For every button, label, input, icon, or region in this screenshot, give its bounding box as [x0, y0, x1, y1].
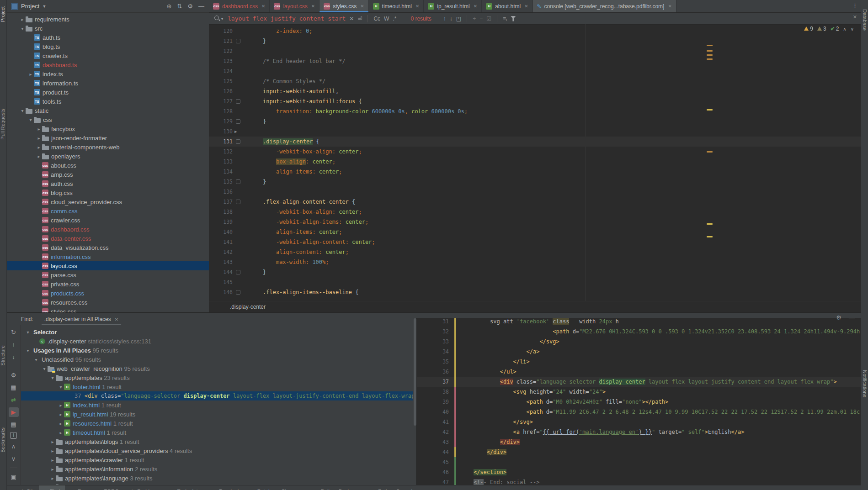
preview-code-line[interactable]: 43 </div> [417, 437, 861, 447]
tool-window-button-endpoints[interactable]: ◇Endpoints [165, 485, 206, 490]
find-result-row[interactable]: ▸app\templates\crawler 1 result [21, 455, 413, 464]
project-tree-item[interactable]: cssprivate.css [6, 279, 209, 289]
find-result-row[interactable]: c.display-center static\css\styles.css:1… [21, 337, 413, 346]
stripe-pull-requests-button[interactable]: Pull Requests [0, 109, 5, 140]
close-icon[interactable]: ✕ [311, 4, 315, 9]
tool-window-button-python-packages[interactable]: ▦Python Packages [308, 485, 367, 490]
error-stripe-mark[interactable] [707, 45, 713, 46]
tab-console-web-crawler-recog-tabase-pdflibr-com-[interactable]: ✎console [web_crawler_recog...tabase.pdf… [533, 0, 676, 12]
new-line-icon[interactable]: ⏎ [357, 16, 362, 22]
tool-window-button-git[interactable]: ⎇Git [13, 485, 38, 490]
code-line[interactable]: 144} [209, 267, 861, 277]
remove-occurrence-icon[interactable]: − [479, 16, 483, 22]
error-stripe-mark[interactable] [707, 223, 713, 225]
project-tree-item[interactable]: cssdata_visualization.css [6, 243, 209, 252]
find-result-row[interactable]: ▸app\templates\blogs 1 result [21, 437, 413, 446]
preview-editor[interactable]: 31 svg att 'facebook' class width 24px h… [416, 318, 861, 490]
preview-code-line[interactable]: 33 </svg> [417, 337, 861, 347]
tab-styles-css[interactable]: cssstyles.css✕ [320, 0, 368, 12]
rerun-icon[interactable]: ⇄ [9, 395, 19, 405]
fold-marker-icon[interactable] [236, 270, 240, 274]
code-line[interactable]: 145 [209, 277, 861, 287]
stripe-database-button[interactable]: Database [862, 9, 868, 31]
code-line[interactable]: 142 align-content: center; [209, 247, 861, 257]
search-input[interactable]: layout-flex-justify-content-start [228, 15, 346, 22]
find-result-row[interactable]: ▸Htimeout.html 1 result [21, 428, 413, 437]
chevron-icon[interactable]: ▸ [49, 476, 56, 481]
project-tree-item[interactable]: cssparse.css [6, 270, 209, 279]
expand-all-icon[interactable]: ∧ [9, 442, 19, 451]
project-tree-item[interactable]: cssresources.css [6, 298, 209, 307]
preview-code-line[interactable]: 35 </li> [417, 357, 861, 367]
tab-about-html[interactable]: Habout.html✕ [482, 0, 533, 12]
fold-marker-icon[interactable] [236, 290, 240, 295]
code-line[interactable]: 137.flex-align-content-center { [209, 197, 861, 207]
chevron-icon[interactable]: ▸ [49, 467, 56, 472]
chevron-icon[interactable]: ▸ [36, 154, 42, 159]
inspections-widget[interactable]: 9 3 ✔2 ∧ ∨ [804, 26, 854, 32]
chevron-down-icon[interactable]: ▼ [42, 4, 46, 9]
preview-code-line[interactable]: 44 </div> [417, 447, 861, 457]
code-line[interactable]: 143 max-width: 100%; [209, 257, 861, 267]
pin-icon[interactable]: ▶ [9, 407, 19, 417]
project-tree-item[interactable]: ▸openlayers [6, 152, 209, 161]
preview-code-line[interactable]: 36 </ul> [417, 367, 861, 377]
add-occurrence-icon[interactable]: + [473, 16, 476, 22]
locate-icon[interactable]: ⊕ [167, 3, 172, 10]
project-tree-item[interactable]: cssstyles.css [6, 307, 209, 312]
fold-marker-icon[interactable] [236, 119, 240, 124]
close-search-icon[interactable]: ✕ [349, 16, 354, 22]
tool-window-button-python-console[interactable]: »Python Console [367, 485, 420, 490]
find-result-row[interactable]: ▸app\templates\cloud_service_providers 4… [21, 446, 413, 455]
stripe-structure-button[interactable]: Structure [0, 345, 5, 366]
code-line[interactable]: 135} [209, 177, 861, 187]
project-tree-item[interactable]: ▾src [6, 24, 209, 33]
chevron-icon[interactable]: ▸ [36, 136, 42, 141]
hide-icon[interactable]: ― [198, 3, 204, 10]
tool-window-button-terminal[interactable]: ▭Terminal [207, 485, 244, 490]
chevron-icon[interactable]: ▾ [19, 26, 26, 31]
chevron-icon[interactable]: ▾ [58, 385, 64, 390]
up-icon[interactable]: ↑ [9, 340, 19, 349]
preview-icon[interactable]: ▣ [9, 472, 19, 482]
tool-window-button-problems[interactable]: ⚠Problems [125, 485, 164, 490]
fold-marker-icon[interactable] [236, 99, 240, 104]
code-line[interactable]: 140 align-items: center; [209, 227, 861, 237]
next-occurrence-icon[interactable]: ↓ [450, 16, 453, 22]
preview-code-line[interactable]: 39 <path d="M0 0h24v24H0z" fill="none"><… [417, 397, 861, 407]
code-line[interactable]: 123/* End header tool bar */ [209, 56, 861, 66]
settings-icon[interactable]: ⚙ [9, 370, 19, 380]
project-tree-item[interactable]: ▸requirements [6, 15, 209, 24]
code-line[interactable]: 131.display-center { [209, 137, 861, 147]
preview-code-line[interactable]: 38 <svg height="24" width="24"> [417, 387, 861, 397]
chevron-icon[interactable]: ▾ [27, 117, 34, 122]
chevron-icon[interactable]: ▸ [36, 126, 42, 132]
project-panel-title[interactable]: Project [21, 3, 39, 10]
tab-layout-css[interactable]: csslayout.css✕ [270, 0, 320, 12]
chevron-icon[interactable]: ▸ [58, 403, 64, 408]
preview-code-line[interactable]: 34 </a> [417, 347, 861, 357]
chevron-icon[interactable]: ▾ [41, 366, 48, 371]
chevron-icon[interactable]: ▸ [49, 458, 56, 463]
project-tree-item[interactable]: ▸fancybox [6, 124, 209, 133]
code-line[interactable]: 125/* Common Styles */ [209, 76, 861, 86]
code-line[interactable]: 138 -webkit-box-align: center; [209, 207, 861, 217]
fold-marker-icon[interactable] [236, 39, 240, 43]
find-result-row[interactable]: ▾Unclassified 95 results [21, 355, 413, 364]
find-result-row[interactable]: ▾Usages in All Places 95 results [21, 346, 413, 355]
code-line[interactable]: 121} [209, 36, 861, 46]
project-tree-item[interactable]: cssabout.css [6, 161, 209, 170]
project-tree-item[interactable]: ▸json-render-formatter [6, 133, 209, 142]
more-options-icon[interactable]: ⋮ [852, 2, 858, 9]
code-line[interactable]: 120 z-index: 0; [209, 26, 861, 36]
close-icon[interactable]: ✕ [474, 4, 477, 9]
project-tree-item[interactable]: csscrawler.css [6, 216, 209, 225]
chevron-icon[interactable]: ▾ [25, 348, 31, 353]
open-in-find-window-icon[interactable]: ▤ [9, 420, 19, 429]
preview-code-line[interactable]: 42 <a href="{{ url_for('main.language_en… [417, 427, 861, 437]
close-icon[interactable]: ✕ [415, 4, 419, 9]
chevron-icon[interactable]: ▸ [58, 430, 64, 435]
chevron-icon[interactable]: ▸ [36, 145, 42, 150]
project-tree-item[interactable]: cssdashbaord.css [6, 225, 209, 234]
preview-code-line[interactable]: 41 </svg> [417, 417, 861, 427]
